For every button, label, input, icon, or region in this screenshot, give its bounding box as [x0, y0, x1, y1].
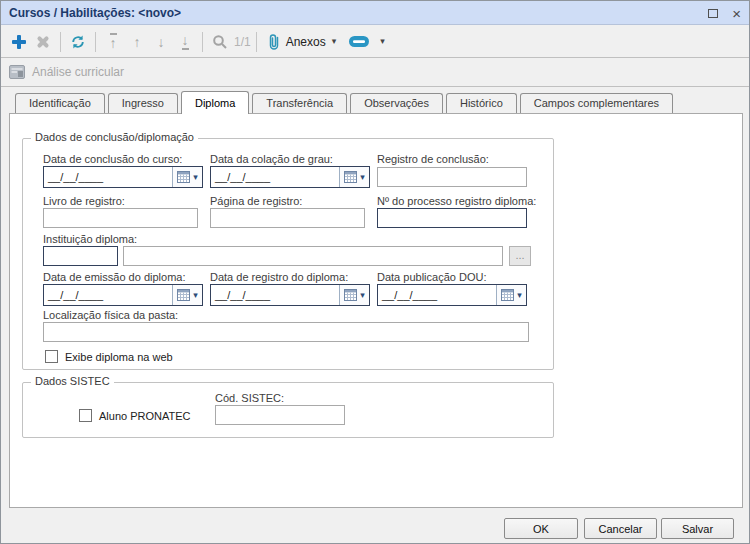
tab-transferencia[interactable]: Transferência	[252, 93, 347, 113]
input-instituicao-diploma-nome[interactable]	[123, 246, 503, 266]
label-localizacao-pasta: Localização física da pasta:	[43, 309, 178, 321]
toolbar-separator	[202, 32, 203, 52]
label-aluno-pronatec: Aluno PRONATEC	[99, 410, 191, 422]
toolbar-separator	[95, 32, 96, 52]
arrow-up-bar-icon: ↑	[110, 33, 117, 50]
input-data-registro-diploma[interactable]: __/__/____ ▾	[210, 284, 370, 306]
input-data-emissao-diploma[interactable]: __/__/____ ▾	[43, 284, 203, 306]
label-data-conclusao-curso: Data de conclusão do curso:	[43, 153, 182, 165]
input-livro-registro[interactable]	[43, 208, 198, 228]
search-button[interactable]	[208, 30, 232, 54]
toolbar: ↑ ↑ ↓ ↓ 1/1 Anexos ▾ ▾	[1, 26, 749, 57]
delete-record-button[interactable]	[31, 30, 55, 54]
browse-instituicao-button[interactable]: ...	[509, 246, 531, 266]
chevron-down-icon: ▾	[360, 291, 365, 300]
toolbar-separator	[60, 32, 61, 52]
label-data-emissao-diploma: Data de emissão do diploma:	[43, 271, 185, 283]
analise-curricular-icon	[9, 64, 25, 80]
window-title: Cursos / Habilitações: <novo>	[9, 6, 181, 20]
label-cod-sistec: Cód. SISTEC:	[215, 392, 284, 404]
chevron-down-icon: ▾	[193, 173, 198, 182]
close-icon[interactable]: ×	[732, 6, 741, 21]
tab-observacoes[interactable]: Observações	[350, 93, 443, 113]
magnifier-icon	[212, 34, 228, 50]
date-mask: __/__/____	[211, 285, 339, 305]
label-processo-registro-diploma: Nº do processo registro diploma:	[377, 195, 536, 207]
first-record-button[interactable]: ↑	[101, 30, 125, 54]
add-record-button[interactable]	[7, 30, 31, 54]
tab-panel-diploma: Dados de conclusão/diplomação Data de co…	[9, 113, 743, 508]
chevron-down-icon: ▾	[517, 291, 522, 300]
date-mask: __/__/____	[44, 285, 172, 305]
input-pagina-registro[interactable]	[210, 208, 365, 228]
dialog-window: Cursos / Habilitações: <novo> × ↑ ↑ ↓ ↓	[0, 0, 750, 544]
print-button[interactable]: ▾	[342, 30, 391, 54]
calendar-icon	[177, 289, 190, 301]
record-counter: 1/1	[234, 35, 251, 49]
toolbar-separator	[256, 32, 257, 52]
analise-curricular-label: Análise curricular	[32, 65, 124, 79]
label-exibe-diploma-web: Exibe diploma na web	[65, 351, 173, 363]
date-mask: __/__/____	[378, 285, 496, 305]
input-data-conclusao-curso[interactable]: __/__/____ ▾	[43, 166, 203, 188]
last-record-button[interactable]: ↓	[173, 30, 197, 54]
maximize-icon[interactable]	[708, 9, 718, 18]
refresh-icon	[70, 34, 86, 50]
tab-identificacao[interactable]: Identificação	[15, 93, 105, 113]
ok-button[interactable]: OK	[504, 518, 578, 539]
label-data-colacao-grau: Data da colação de grau:	[210, 153, 333, 165]
refresh-button[interactable]	[66, 30, 90, 54]
title-bar: Cursos / Habilitações: <novo> ×	[1, 1, 749, 25]
checkbox-exibe-diploma-web[interactable]	[45, 350, 58, 363]
label-registro-conclusao: Registro de conclusão:	[377, 153, 489, 165]
label-data-registro-diploma: Data de registro do diploma:	[210, 271, 348, 283]
anexos-label: Anexos	[286, 35, 326, 49]
date-mask: __/__/____	[44, 167, 172, 187]
tab-strip: Identificação Ingresso Diploma Transferê…	[15, 91, 673, 113]
calendar-icon	[344, 171, 357, 183]
printer-icon	[348, 34, 370, 49]
label-livro-registro: Livro de registro:	[43, 195, 125, 207]
date-mask: __/__/____	[211, 167, 339, 187]
checkbox-aluno-pronatec[interactable]	[79, 409, 92, 422]
input-registro-conclusao[interactable]	[377, 167, 527, 187]
input-cod-sistec[interactable]	[215, 405, 345, 425]
calendar-dropdown-button[interactable]: ▾	[339, 285, 369, 305]
calendar-dropdown-button[interactable]: ▾	[339, 167, 369, 187]
group-title: Dados de conclusão/diplomação	[31, 131, 198, 143]
next-record-button[interactable]: ↓	[149, 30, 173, 54]
label-instituicao-diploma: Instituição diploma:	[43, 233, 137, 245]
chevron-down-icon: ▾	[380, 37, 385, 46]
calendar-dropdown-button[interactable]: ▾	[172, 285, 202, 305]
tab-diploma[interactable]: Diploma	[181, 91, 249, 114]
calendar-icon	[177, 171, 190, 183]
anexos-button[interactable]: Anexos ▾	[262, 30, 343, 54]
calendar-dropdown-button[interactable]: ▾	[172, 167, 202, 187]
tab-campos-complementares[interactable]: Campos complementares	[520, 93, 673, 113]
input-localizacao-pasta[interactable]	[43, 322, 529, 342]
input-data-publicacao-dou[interactable]: __/__/____ ▾	[377, 284, 527, 306]
chevron-down-icon: ▾	[193, 291, 198, 300]
group-dados-conclusao: Dados de conclusão/diplomação Data de co…	[22, 138, 554, 370]
cancel-button[interactable]: Cancelar	[584, 518, 657, 539]
arrow-down-bar-icon: ↓	[182, 33, 189, 50]
chevron-down-icon: ▾	[332, 37, 337, 46]
calendar-dropdown-button[interactable]: ▾	[496, 285, 526, 305]
group-dados-sistec: Dados SISTEC Aluno PRONATEC Cód. SISTEC:	[22, 382, 554, 438]
input-data-colacao-grau[interactable]: __/__/____ ▾	[210, 166, 370, 188]
label-pagina-registro: Página de registro:	[210, 195, 302, 207]
plus-icon	[12, 35, 26, 49]
input-processo-registro-diploma[interactable]	[377, 208, 527, 228]
calendar-icon	[344, 289, 357, 301]
arrow-up-icon: ↑	[134, 35, 141, 49]
tab-ingresso[interactable]: Ingresso	[108, 93, 178, 113]
main-area: Identificação Ingresso Diploma Transferê…	[1, 87, 749, 544]
paperclip-icon	[268, 33, 280, 51]
save-button[interactable]: Salvar	[661, 518, 734, 539]
tab-historico[interactable]: Histórico	[446, 93, 517, 113]
chevron-down-icon: ▾	[360, 173, 365, 182]
prev-record-button[interactable]: ↑	[125, 30, 149, 54]
analise-curricular-button[interactable]: Análise curricular	[1, 57, 749, 87]
input-instituicao-diploma-codigo[interactable]	[43, 246, 118, 266]
group-title: Dados SISTEC	[31, 375, 114, 387]
